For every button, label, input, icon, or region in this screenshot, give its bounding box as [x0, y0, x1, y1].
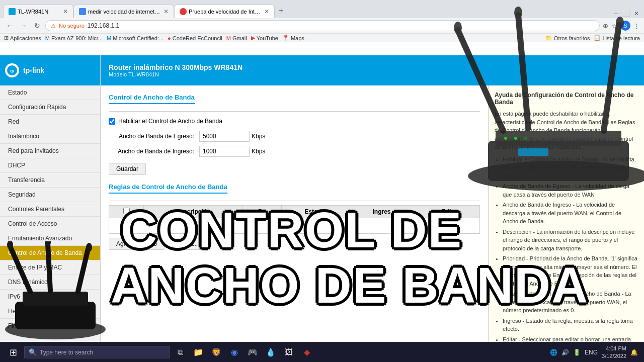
restore-button[interactable]: ⬜ — [620, 9, 632, 18]
save-row: Guardar — [109, 163, 480, 175]
tray-language[interactable]: ENG — [585, 349, 598, 356]
help-item-5: Prioridad - Prioridad de la Ancho de Ban… — [503, 254, 638, 288]
page-title-section: Control de Ancho de Banda — [109, 94, 480, 112]
bookmark-star-icon[interactable]: ☆ — [611, 22, 617, 30]
close-button[interactable]: ✕ — [632, 9, 641, 18]
bookmark-ms-cert[interactable]: M Microsoft Certified:... — [107, 35, 164, 41]
new-tab-button[interactable]: + — [275, 3, 287, 18]
bookmark-lista[interactable]: 📋 Lista de lectura — [594, 35, 640, 41]
tab-close-1[interactable]: ✕ — [63, 8, 68, 15]
bookmark-apps-label: Aplicaciones — [10, 35, 41, 41]
page-wrapper: TL-WR841N ✕ medir velocidad de internet … — [0, 0, 644, 362]
sidebar-item-controles-parentales[interactable]: Controles Parentales — [0, 202, 100, 217]
taskbar-file-explorer[interactable]: 📁 — [190, 344, 206, 360]
profile-icon[interactable]: S — [620, 21, 630, 31]
taskbar-brave-browser[interactable]: 🦁 — [208, 344, 224, 360]
menu-icon[interactable]: ⋮ — [633, 22, 640, 30]
help-item-8: Editar - Seleccionar para editar o borra… — [503, 335, 638, 342]
tab-2[interactable]: medir velocidad de internet - Bu... ✕ — [73, 5, 174, 18]
tray-network-icon[interactable]: 🌐 — [550, 349, 557, 356]
ingress-row: Ancho de Banda de Ingreso: Kbps — [109, 146, 480, 157]
save-button[interactable]: Guardar — [109, 163, 146, 175]
windows-icon: ⊞ — [10, 347, 17, 358]
tray-notifications-icon[interactable]: 🔔 — [630, 349, 638, 356]
enable-button[interactable]: Habilit... — [169, 238, 205, 250]
tab-label-1: TL-WR841N — [18, 9, 61, 15]
enable-bandwidth-checkbox[interactable] — [109, 118, 115, 125]
sidebar-item-config-rapida[interactable]: Configuración Rápida — [0, 100, 100, 115]
tab-close-3[interactable]: ✕ — [264, 8, 269, 15]
help-text: En esta página puede deshabilitar o habi… — [495, 110, 638, 342]
start-button[interactable]: ⊞ — [4, 343, 22, 361]
tp-link-logo-icon: tp — [5, 63, 19, 77]
tray-clock[interactable]: 4:04 PM 3/12/2022 — [602, 345, 626, 359]
sidebar-item-control-ancho-banda[interactable]: Control de Ancho de Banda — [0, 246, 100, 260]
bookmark-maps[interactable]: 📍 Maps — [282, 35, 304, 41]
bookmarks-bar: ⊞ Aplicaciones M Exam AZ-900: Micr... M … — [0, 33, 644, 42]
bookmark-exam[interactable]: M Exam AZ-900: Micr... — [45, 35, 103, 41]
sidebar-item-finalizar-sesion[interactable]: Finalizar Sesión — [0, 319, 100, 333]
tab-3[interactable]: Prueba de velocidad de Internet... ✕ — [174, 5, 275, 18]
sidebar-item-dhcp[interactable]: DHCP — [0, 158, 100, 173]
help-item-1: Habilitar el Control de Ancho de Banda -… — [503, 155, 638, 180]
sidebar-item-control-acceso[interactable]: Control de Acceso — [0, 217, 100, 231]
table-empty-row — [109, 218, 480, 234]
taskbar-epic-games[interactable]: 🎮 — [245, 344, 261, 360]
bookmark-apps[interactable]: ⊞ Aplicaciones — [4, 35, 41, 41]
content-help-wrapper: Control de Ancho de Banda Habilitar el C… — [101, 85, 644, 342]
content-area: Control de Ancho de Banda Habilitar el C… — [101, 85, 488, 342]
bookmark-codred[interactable]: ● CodeRed EcCouncil — [168, 35, 222, 41]
bookmark-gmail[interactable]: M Gmail — [226, 35, 247, 41]
browser-chrome: TL-WR841N ✕ medir velocidad de internet … — [0, 0, 644, 42]
help-item-7: Ingreso - Estado de la regla, muestra si… — [503, 317, 638, 333]
svg-text:tp: tp — [10, 69, 14, 73]
bookmark-youtube[interactable]: ▶ YouTube — [251, 35, 278, 41]
taskbar-chrome[interactable]: ◉ — [226, 344, 243, 360]
taskbar-search-box[interactable]: 🔍 Type here to search — [24, 346, 170, 358]
rules-buttons: Agregar Nuevo Habilit... — [109, 238, 480, 250]
select-all-checkbox[interactable] — [123, 208, 130, 214]
address-text[interactable]: 192.168.1.1 — [88, 22, 594, 29]
sidebar-item-dns-dinamico[interactable]: DNS Dinámico — [0, 275, 100, 290]
sidebar-item-herramientas[interactable]: Herramientas del Sistema — [0, 304, 100, 319]
taskbar-app3[interactable]: ◆ — [299, 344, 315, 360]
sidebar-item-transferencia[interactable]: Transferencia — [0, 173, 100, 188]
taskbar-app2[interactable]: 🖼 — [281, 344, 297, 360]
taskbar-app1[interactable]: 💧 — [263, 344, 279, 360]
ingress-input[interactable] — [199, 146, 250, 157]
sidebar-item-enlace-ip-mac[interactable]: Enlace de IP y MAC — [0, 260, 100, 275]
bookmark-otros[interactable]: 📁 Otros favoritos — [545, 35, 590, 41]
sidebar-item-seguridad[interactable]: Seguridad — [0, 188, 100, 202]
tray-battery-icon[interactable]: 🔋 — [573, 349, 581, 356]
bookmark-exam-label: Exam AZ-900: Micr... — [51, 35, 103, 41]
sidebar-item-red[interactable]: Red — [0, 115, 100, 129]
sidebar-item-enrutamiento[interactable]: Enrutamiento Avanzado — [0, 231, 100, 246]
help-list: Habilitar el Control de Ancho de Banda -… — [495, 155, 638, 342]
sidebar-item-estado[interactable]: Estado — [0, 85, 100, 100]
reload-button[interactable]: ↻ — [32, 21, 42, 31]
tab-favicon-1 — [9, 8, 16, 15]
minimize-button[interactable]: ─ — [612, 9, 620, 18]
taskbar: ⊞ 🔍 Type here to search ⧉ 📁 🦁 ◉ 🎮 💧 🖼 ◆ … — [0, 342, 644, 362]
help-item-4: Descripción - La información de la descr… — [503, 228, 638, 253]
tab-close-2[interactable]: ✕ — [164, 8, 169, 15]
extensions-icon[interactable]: ⊕ — [603, 22, 608, 30]
add-new-button[interactable]: Agregar Nuevo — [109, 238, 165, 250]
egress-row: Ancho de Banda de Egreso: Kbps — [109, 131, 480, 142]
col-estado: Estado — [282, 206, 348, 218]
sidebar-item-inalambrico[interactable]: Inalámbrico — [0, 129, 100, 144]
sidebar-item-ipv6[interactable]: IPv6 — [0, 290, 100, 304]
sidebar-item-red-invitados[interactable]: Red para Invitados — [0, 144, 100, 158]
tab-1[interactable]: TL-WR841N ✕ — [3, 5, 73, 18]
back-button[interactable]: ← — [4, 21, 15, 31]
tray-volume-icon[interactable]: 🔊 — [561, 349, 569, 356]
tray-date-display: 3/12/2022 — [602, 352, 626, 359]
bookmark-codred-label: CodeRed EcCouncil — [173, 35, 222, 41]
maps-icon: 📍 — [282, 35, 289, 41]
sidebar-header: tp tp-link — [0, 55, 100, 85]
taskbar-task-view[interactable]: ⧉ — [172, 344, 188, 360]
forward-button[interactable]: → — [18, 21, 29, 31]
codered-icon: ● — [168, 35, 171, 41]
egress-label: Ancho de Banda de Egreso: — [109, 133, 199, 140]
egress-input[interactable] — [199, 131, 250, 142]
